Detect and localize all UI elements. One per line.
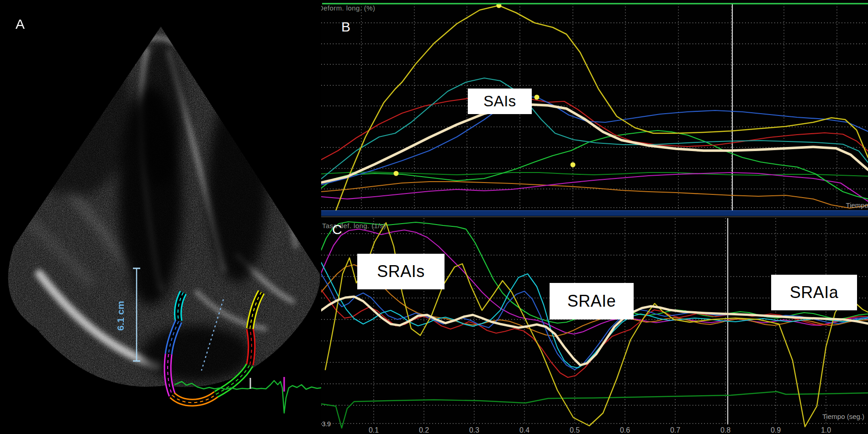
panel-b-strain-chart: Deform. long. (%) Tiempo (se B SAIs [321, 0, 868, 217]
measurement-value: 6.1 cm [115, 301, 126, 330]
ultrasound-sector [0, 0, 321, 434]
time-tick-label: 0.2 [417, 426, 431, 434]
time-tick-label: 0.4 [517, 426, 532, 434]
time-tick-label: 0.8 [718, 426, 733, 434]
time-tick-label: 0.9 [768, 426, 783, 434]
b-time-axis-label: Tiempo (se [846, 201, 868, 209]
panel-separator [321, 216, 868, 217]
panel-a-ultrasound: 6.1 cm A [0, 0, 321, 434]
magenta-curve [321, 173, 868, 201]
strain-chart [321, 0, 868, 217]
dark-green-ecg-curve [321, 392, 868, 428]
strain-rate-chart [321, 217, 868, 434]
c-time-axis-ticks: 0.10.20.30.40.50.60.70.80.91.0 [321, 426, 868, 434]
annotation-srais: SRAIs [357, 254, 445, 289]
echocardiography-strain-screen: 6.1 cm A Deform. long. (%) Tiempo (se B … [0, 0, 868, 434]
time-tick-label: 0.1 [366, 426, 381, 434]
time-tick-label: 0.5 [567, 426, 582, 434]
b-y-axis-label: Deform. long. (%) [321, 4, 375, 12]
c-time-axis-label: Tiempo (seg.) [822, 413, 864, 420]
peak-marker-dot[interactable] [571, 162, 576, 167]
b-bottom-bar [321, 210, 868, 216]
annotation-sais: SAIs [468, 89, 532, 114]
annotation-sraia: SRAIa [771, 275, 857, 310]
time-tick-label: 0.3 [467, 426, 482, 434]
ultrasound-image: 6.1 cm [0, 0, 321, 434]
teal-curve [321, 78, 868, 179]
peak-marker-dot[interactable] [535, 95, 540, 100]
time-tick-label: 1.0 [819, 426, 833, 434]
annotation-sraie: SRAIe [550, 283, 634, 319]
time-tick-label: 0.7 [668, 426, 683, 434]
red-segment[interactable] [250, 329, 252, 365]
panel-b-label: B [341, 20, 350, 34]
panel-c-label: C [332, 223, 342, 236]
panel-a-label: A [16, 17, 25, 31]
time-tick-label: 0.6 [618, 426, 632, 434]
orange-curve [321, 182, 868, 208]
peak-marker-dot[interactable] [394, 171, 399, 176]
panel-c-strain-rate-chart: Tasa def. long. (1/s) Tiempo (seg.) -3.9… [321, 217, 868, 434]
magenta-segment[interactable] [168, 354, 172, 395]
